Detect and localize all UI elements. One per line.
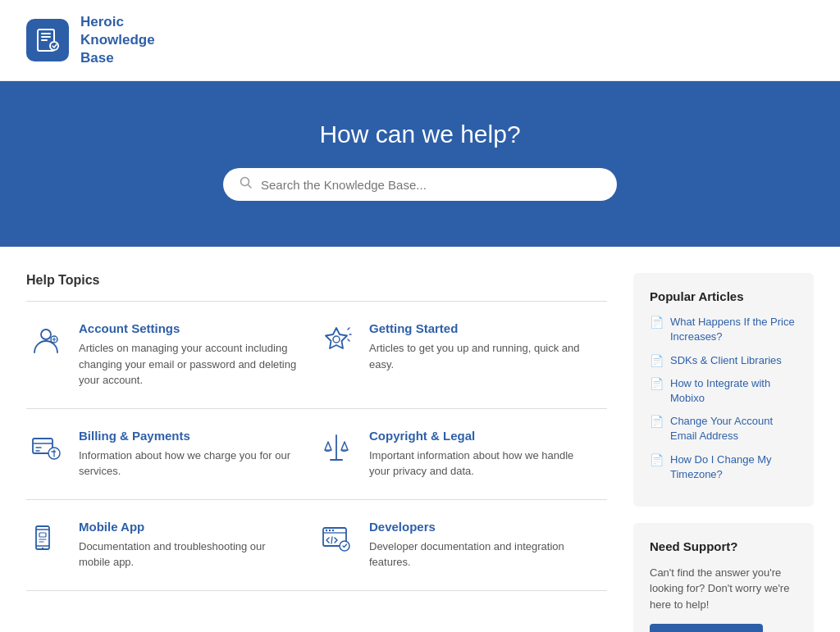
article-link-2[interactable]: How to Integrate with Mobixo (670, 376, 797, 406)
article-item-0[interactable]: 📄 What Happens If the Price Increases? (650, 315, 797, 344)
topic-desc-getting-started: Articles to get you up and running, quic… (369, 340, 594, 372)
svg-point-13 (42, 548, 43, 549)
topic-desc-account-settings: Articles on managing your account includ… (79, 340, 297, 389)
popular-articles-title: Popular Articles (650, 289, 797, 303)
topics-section: Help Topics Account Settings Articles on… (26, 273, 607, 632)
topic-item-account-settings[interactable]: Account Settings Articles on managing yo… (26, 302, 317, 409)
article-icon-3: 📄 (650, 415, 664, 428)
search-input[interactable] (261, 178, 600, 192)
topic-text-account-settings: Account Settings Articles on managing yo… (79, 321, 297, 389)
svg-rect-3 (41, 39, 48, 41)
main-content: Help Topics Account Settings Articles on… (10, 247, 830, 632)
mobile-icon (26, 520, 66, 559)
developers-icon (317, 520, 356, 559)
contact-support-button[interactable]: Contact Support (650, 624, 763, 632)
topic-text-mobile: Mobile App Documentation and troubleshoo… (79, 520, 297, 571)
topic-name-billing: Billing & Payments (79, 429, 297, 443)
topic-desc-legal: Important information about how we handl… (369, 448, 594, 480)
topics-grid: Account Settings Articles on managing yo… (26, 302, 607, 591)
search-icon (240, 176, 253, 193)
logo-icon (26, 19, 69, 61)
article-item-2[interactable]: 📄 How to Integrate with Mobixo (650, 376, 797, 406)
article-link-4[interactable]: How Do I Change My Timezone? (670, 452, 797, 482)
topic-item-legal[interactable]: Copyright & Legal Important information … (317, 409, 607, 500)
logo-text: Heroic Knowledge Base (80, 13, 155, 67)
svg-rect-1 (41, 33, 51, 34)
support-title: Need Support? (650, 539, 797, 553)
svg-point-4 (50, 42, 58, 50)
topic-item-getting-started[interactable]: Getting Started Articles to get you up a… (317, 302, 607, 409)
topic-name-legal: Copyright & Legal (369, 429, 594, 443)
topic-item-billing[interactable]: Billing & Payments Information about how… (26, 409, 317, 500)
section-title: Help Topics (26, 273, 607, 288)
billing-icon (26, 429, 66, 468)
getting-started-icon (317, 321, 356, 361)
article-item-3[interactable]: 📄 Change Your Account Email Address (650, 414, 797, 443)
article-icon-4: 📄 (650, 453, 664, 466)
topic-desc-mobile: Documentation and troubleshooting our mo… (79, 539, 297, 571)
topic-text-getting-started: Getting Started Articles to get you up a… (369, 321, 594, 372)
article-item-1[interactable]: 📄 SDKs & Client Libraries (650, 353, 797, 368)
article-icon-2: 📄 (650, 377, 664, 390)
topic-desc-billing: Information about how we charge you for … (79, 448, 297, 480)
support-card: Need Support? Can't find the answer you'… (633, 523, 814, 632)
article-link-0[interactable]: What Happens If the Price Increases? (670, 315, 797, 344)
svg-line-6 (249, 185, 252, 189)
article-icon-0: 📄 (650, 316, 664, 329)
popular-articles-card: Popular Articles 📄 What Happens If the P… (633, 273, 814, 507)
svg-point-7 (41, 330, 51, 339)
topic-name-developers: Developers (369, 520, 594, 534)
topic-text-developers: Developers Developer documentation and i… (369, 520, 594, 571)
article-icon-1: 📄 (650, 354, 664, 367)
svg-point-16 (326, 530, 327, 531)
account-settings-icon (26, 321, 66, 361)
topic-item-developers[interactable]: Developers Developer documentation and i… (317, 500, 607, 591)
svg-point-9 (333, 336, 340, 343)
topic-name-getting-started: Getting Started (369, 321, 594, 335)
topic-desc-developers: Developer documentation and integration … (369, 539, 594, 571)
hero-title: How can we help? (16, 120, 824, 148)
article-item-4[interactable]: 📄 How Do I Change My Timezone? (650, 452, 797, 482)
header: Heroic Knowledge Base (0, 0, 840, 81)
hero-section: How can we help? (0, 81, 840, 247)
topic-text-legal: Copyright & Legal Important information … (369, 429, 594, 480)
topic-name-mobile: Mobile App (79, 520, 297, 534)
svg-point-18 (332, 530, 334, 531)
svg-rect-14 (39, 533, 46, 537)
sidebar: Popular Articles 📄 What Happens If the P… (633, 273, 814, 632)
search-bar (223, 168, 617, 201)
article-link-3[interactable]: Change Your Account Email Address (670, 414, 797, 443)
support-desc: Can't find the answer you're looking for… (650, 565, 797, 613)
topic-text-billing: Billing & Payments Information about how… (79, 429, 297, 480)
article-link-1[interactable]: SDKs & Client Libraries (670, 353, 782, 368)
svg-rect-2 (41, 36, 51, 38)
svg-point-17 (329, 530, 331, 531)
topic-item-mobile[interactable]: Mobile App Documentation and troubleshoo… (26, 500, 317, 591)
legal-icon (317, 429, 356, 468)
topic-name-account-settings: Account Settings (79, 321, 297, 335)
